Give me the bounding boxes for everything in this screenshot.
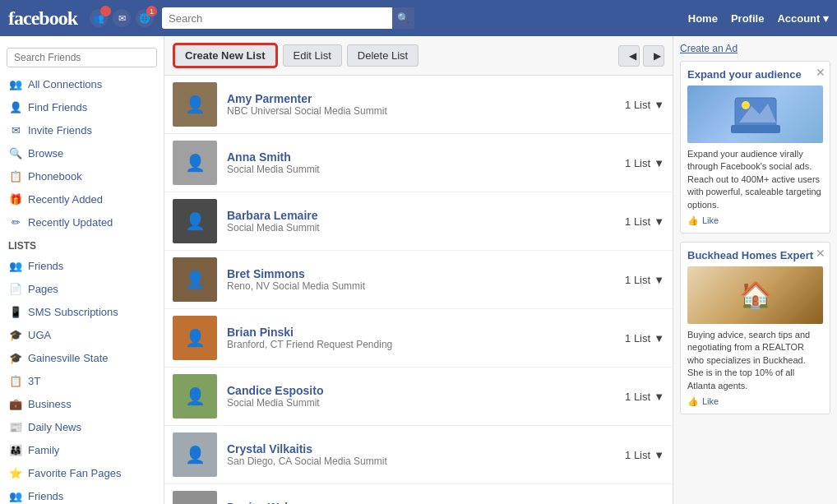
- messages-nav-icon[interactable]: ✉: [113, 9, 131, 27]
- search-input[interactable]: [162, 7, 392, 29]
- contact-name: Candice Esposito: [227, 384, 615, 397]
- list-icon: 📄: [8, 281, 23, 296]
- list-count-text: 1 List: [625, 99, 650, 111]
- ad1-title: Expand your audience: [687, 68, 823, 81]
- contact-info: Amy Parmenter NBC Universal Social Media…: [227, 92, 615, 117]
- nav-icon-group: 👥 ✉ 🌐 1: [90, 9, 154, 27]
- sidebar-list-item-gainesville-state[interactable]: 🎓Gainesville State: [0, 346, 164, 369]
- friends-nav-icon[interactable]: 👥: [90, 9, 108, 27]
- list-label: Favorite Fan Pages: [28, 467, 121, 479]
- home-nav-link[interactable]: Home: [688, 12, 718, 25]
- facebook-logo: facebook: [8, 7, 77, 30]
- list-icon: 🎓: [8, 350, 23, 365]
- contact-row[interactable]: 👤 Candice Esposito Social Media Summit 1…: [164, 368, 673, 426]
- lists-section-title: Lists: [0, 234, 164, 254]
- list-count-text: 1 List: [625, 215, 650, 228]
- sidebar-label: Find Friends: [28, 101, 87, 113]
- contact-list-count[interactable]: 1 List ▼: [625, 215, 664, 228]
- create-new-list-button[interactable]: Create New List: [173, 43, 278, 68]
- next-page-button[interactable]: ▶: [643, 45, 664, 67]
- contact-meta: Reno, NV Social Media Summit: [227, 280, 615, 292]
- list-count-text: 1 List: [625, 274, 650, 286]
- contact-list-count[interactable]: 1 List ▼: [625, 391, 664, 403]
- sidebar-item-recently-added[interactable]: 🎁Recently Added: [0, 187, 164, 210]
- ad2-description: Buying advice, search tips and negotiati…: [687, 329, 823, 392]
- ad1-image: [687, 86, 823, 143]
- contact-row[interactable]: 👤 Anna Smith Social Media Summit 1 List …: [164, 134, 673, 192]
- sidebar-list-item-friends[interactable]: 👥Friends: [0, 254, 164, 277]
- search-submit-button[interactable]: 🔍: [392, 7, 414, 29]
- sidebar-icon: 👥: [8, 76, 23, 91]
- contact-meta: NBC Universal Social Media Summit: [227, 105, 615, 117]
- sidebar-item-recently-updated[interactable]: ✏Recently Updated: [0, 210, 164, 234]
- sidebar-list-item-pages[interactable]: 📄Pages: [0, 277, 164, 300]
- contact-name: Amy Parmenter: [227, 92, 615, 105]
- pagination-arrows: ◀ ▶: [618, 45, 664, 67]
- thumbs-up-icon-2: 👍: [687, 396, 699, 407]
- contact-avatar: 👤: [173, 141, 217, 185]
- sidebar-list-item-daily-news[interactable]: 📰Daily News: [0, 415, 164, 438]
- contact-list-count[interactable]: 1 List ▼: [625, 332, 664, 344]
- ad2-close-button[interactable]: ✕: [816, 247, 825, 260]
- contact-list-count[interactable]: 1 List ▼: [625, 449, 664, 461]
- contact-avatar: 👤: [173, 82, 217, 127]
- sidebar-list-item-sms-subscriptions[interactable]: 📱SMS Subscriptions: [0, 300, 164, 323]
- contact-info: Crystal Vilkaitis San Diego, CA Social M…: [227, 442, 615, 467]
- sidebar-list-item-friends[interactable]: 👥Friends: [0, 484, 164, 504]
- sidebar-item-invite-friends[interactable]: ✉Invite Friends: [0, 118, 164, 141]
- sidebar-icon: 🔍: [8, 146, 23, 160]
- sidebar-icon: 🎁: [8, 192, 23, 206]
- prev-page-button[interactable]: ◀: [618, 45, 640, 67]
- search-friends-input[interactable]: [7, 48, 157, 67]
- contact-name: Brian Pinski: [227, 326, 615, 339]
- list-label: Friends: [28, 260, 63, 272]
- create-ad-link[interactable]: Create an Ad: [680, 43, 830, 54]
- ad2-title: Buckhead Homes Expert: [687, 249, 823, 261]
- sidebar-list-item-business[interactable]: 💼Business: [0, 392, 164, 415]
- contact-row[interactable]: 👤 Brian Pinski Branford, CT Friend Reque…: [164, 309, 673, 368]
- sidebar-icon: 📋: [8, 169, 23, 183]
- sidebar-list-item-family[interactable]: 👨‍👩‍👧Family: [0, 438, 164, 461]
- ad1-close-button[interactable]: ✕: [816, 66, 825, 79]
- edit-list-button[interactable]: Edit List: [283, 44, 342, 67]
- list-icon: 🎓: [8, 327, 23, 342]
- contact-row[interactable]: 👤 Bret Simmons Reno, NV Social Media Sum…: [164, 251, 673, 309]
- contact-name: Barbara Lemaire: [227, 209, 615, 222]
- sidebar-item-find-friends[interactable]: 👤Find Friends: [0, 95, 164, 118]
- svg-rect-3: [731, 125, 780, 133]
- contact-row[interactable]: 👤 Barbara Lemaire Social Media Summit 1 …: [164, 192, 673, 251]
- dropdown-arrow-icon: ▼: [654, 391, 664, 403]
- sidebar-list-items: 👥Friends📄Pages📱SMS Subscriptions🎓UGA🎓Gai…: [0, 254, 164, 504]
- contact-info: Bret Simmons Reno, NV Social Media Summi…: [227, 267, 615, 292]
- list-icon: 👥: [8, 488, 23, 503]
- sidebar-icon: ✏: [8, 215, 23, 229]
- sidebar-item-phonebook[interactable]: 📋Phonebook: [0, 164, 164, 187]
- sidebar-list-item-uga[interactable]: 🎓UGA: [0, 323, 164, 346]
- delete-list-button[interactable]: Delete List: [347, 44, 418, 67]
- list-label: Gainesville State: [28, 352, 109, 364]
- account-nav-link[interactable]: Account ▾: [777, 12, 829, 25]
- ad1-like-button[interactable]: 👍 Like: [687, 215, 823, 226]
- contact-row[interactable]: 👤 Amy Parmenter NBC Universal Social Med…: [164, 76, 673, 134]
- sidebar-label: Browse: [28, 147, 63, 160]
- contact-row[interactable]: 👤 Crystal Vilkaitis San Diego, CA Social…: [164, 426, 673, 484]
- dropdown-arrow-icon: ▼: [654, 99, 664, 111]
- contact-row[interactable]: 👤 Denise Wakeman North Hollywood, CA Soc…: [164, 484, 673, 504]
- ad2-like-button[interactable]: 👍 Like: [687, 396, 823, 407]
- list-label: Daily News: [28, 421, 81, 433]
- profile-nav-link[interactable]: Profile: [731, 12, 764, 25]
- notifications-nav-icon[interactable]: 🌐 1: [136, 9, 154, 27]
- sidebar-item-browse[interactable]: 🔍Browse: [0, 141, 164, 164]
- dropdown-arrow-icon: ▼: [654, 157, 664, 169]
- dropdown-arrow-icon: ▼: [654, 449, 664, 461]
- contact-list-count[interactable]: 1 List ▼: [625, 99, 664, 111]
- sidebar-item-all-connections[interactable]: 👥All Connections: [0, 72, 164, 95]
- list-count-text: 1 List: [625, 391, 650, 403]
- sidebar-list-item-favorite-fan-pages[interactable]: ⭐Favorite Fan Pages: [0, 461, 164, 484]
- sidebar-list-item-3t[interactable]: 📋3T: [0, 369, 164, 392]
- list-label: Pages: [28, 283, 58, 295]
- contact-list-count[interactable]: 1 List ▼: [625, 157, 664, 169]
- contact-list-count[interactable]: 1 List ▼: [625, 274, 664, 286]
- contact-info: Anna Smith Social Media Summit: [227, 150, 615, 175]
- list-label: Business: [28, 398, 72, 410]
